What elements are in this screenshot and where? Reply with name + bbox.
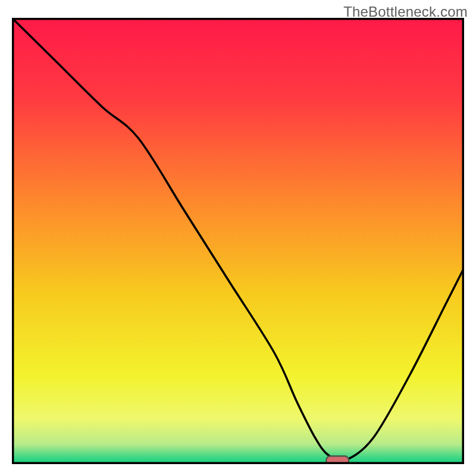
plot-area [12, 18, 464, 464]
watermark-text: TheBottleneck.com [343, 4, 468, 20]
plot-svg [12, 18, 464, 464]
chart-frame: TheBottleneck.com [0, 0, 476, 476]
